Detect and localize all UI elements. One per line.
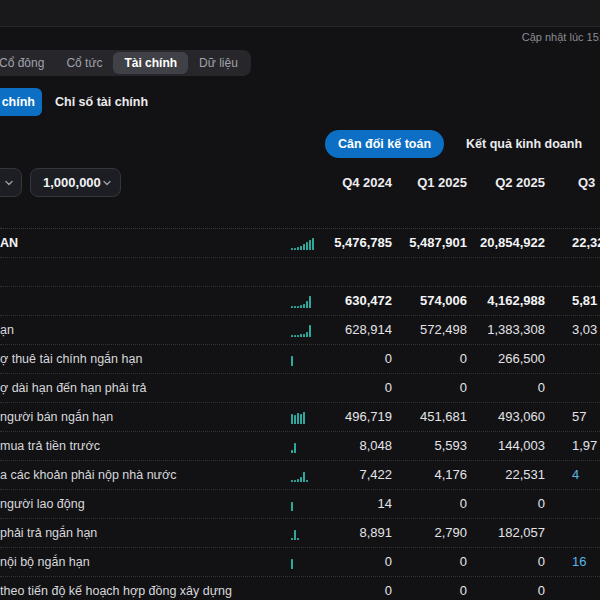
- cell-q2: 22,531: [465, 461, 545, 489]
- row-label: ợ thuê tài chính ngắn hạn: [0, 345, 285, 373]
- row-label: a các khoản phải nộp nhà nước: [0, 461, 285, 489]
- table-row[interactable]: a các khoản phải nộp nhà nước7,4224,1762…: [0, 461, 600, 490]
- cell-q3: 1,97: [572, 432, 600, 460]
- cell-q2: 182,057: [465, 519, 545, 547]
- cell-q4: 8,048: [312, 432, 392, 460]
- row-label: ạn: [0, 316, 285, 344]
- chevron-down-icon: [102, 178, 112, 188]
- cell-q2: 4,162,988: [465, 287, 545, 315]
- cell-q1: 5,593: [387, 432, 467, 460]
- statement-tab-can-doi-ke-toan[interactable]: Cân đối kế toán: [325, 130, 444, 158]
- row-label: người bán ngắn hạn: [0, 403, 285, 431]
- table-row[interactable]: ợ dài hạn đến hạn phải trả000: [0, 374, 600, 403]
- cell-q2: 493,060: [465, 403, 545, 431]
- cell-q2: 0: [465, 548, 545, 576]
- row-label: phải trả ngắn hạn: [0, 519, 285, 547]
- cell-q4: 0: [312, 548, 392, 576]
- column-header: Q4 2024: [312, 168, 392, 197]
- table-row[interactable]: ợ thuê tài chính ngắn hạn00266,500: [0, 345, 600, 374]
- sub-tabs: ài chính Chỉ số tài chính: [0, 88, 600, 116]
- row-label: AN: [0, 229, 285, 257]
- cell-q1: 0: [387, 548, 467, 576]
- cell-q3: 3,03: [572, 316, 600, 344]
- left-dropdown[interactable]: [0, 168, 22, 197]
- cell-q1: 0: [387, 345, 467, 373]
- cell-q2: 0: [465, 374, 545, 402]
- cell-q4: 14: [312, 490, 392, 518]
- cell-q1: 0: [387, 374, 467, 402]
- tab-financial-report[interactable]: ài chính: [0, 88, 42, 116]
- cell-q1: 572,498: [387, 316, 467, 344]
- cell-q3: 5,81: [572, 287, 600, 315]
- cell-q2: 0: [465, 490, 545, 518]
- table-row[interactable]: người lao động1400: [0, 490, 600, 519]
- cell-q1: 574,006: [387, 287, 467, 315]
- app-window: Cập nhật lúc 15:2 Cổ đôngCổ tứcTài chính…: [0, 0, 600, 600]
- table-row[interactable]: AN5,476,7855,487,90120,854,92222,32: [0, 229, 600, 258]
- cell-q3: 57: [572, 403, 600, 431]
- table-row[interactable]: phải trả ngắn hạn8,8912,790182,057: [0, 519, 600, 548]
- chevron-down-icon: [4, 178, 14, 188]
- cell-q4: 630,472: [312, 287, 392, 315]
- table-row[interactable]: mua trả tiền trước8,0485,593144,0031,97: [0, 432, 600, 461]
- financial-table: AN5,476,7855,487,90120,854,92222,32630,4…: [0, 228, 600, 600]
- table-row[interactable]: theo tiến độ kế hoạch hợp đồng xây dựng0…: [0, 577, 600, 600]
- table-row[interactable]: 630,472574,0064,162,9885,81: [0, 287, 600, 316]
- main-tab-tai-chinh[interactable]: Tài chính: [113, 52, 188, 74]
- cell-q1: 0: [387, 577, 467, 600]
- main-tab-co-tuc[interactable]: Cổ tức: [55, 52, 113, 74]
- column-header: Q2 2025: [465, 168, 545, 197]
- cell-q2: 266,500: [465, 345, 545, 373]
- cell-q2: 0: [465, 577, 545, 600]
- unit-dropdown-value: 1,000,000: [43, 175, 101, 190]
- column-header: Q3: [578, 168, 600, 197]
- cell-q4: 628,914: [312, 316, 392, 344]
- cell-q1: 4,176: [387, 461, 467, 489]
- main-tabs: Cổ đôngCổ tứcTài chínhDữ liệu: [0, 50, 251, 76]
- cell-q4: 0: [312, 374, 392, 402]
- cell-q4: 0: [312, 345, 392, 373]
- column-header: Q1 2025: [387, 168, 467, 197]
- row-label: người lao động: [0, 490, 285, 518]
- topbar: [0, 0, 600, 27]
- tab-financial-ratios[interactable]: Chỉ số tài chính: [55, 88, 148, 116]
- cell-q3: 22,32: [572, 229, 600, 257]
- cell-q4: 7,422: [312, 461, 392, 489]
- updated-at-label: Cập nhật lúc 15:2: [522, 31, 600, 43]
- statement-tabs: Cân đối kế toánKết quả kinh doanhLCTT tr…: [325, 130, 600, 158]
- table-row[interactable]: người bán ngắn hạn496,719451,681493,0605…: [0, 403, 600, 432]
- main-tab-du-lieu[interactable]: Dữ liệu: [188, 52, 249, 74]
- table-row[interactable]: [0, 258, 600, 287]
- cell-q1: 5,487,901: [387, 229, 467, 257]
- statement-tab-ket-qua-kinh-doanh[interactable]: Kết quả kinh doanh: [466, 130, 582, 158]
- cell-q2: 1,383,308: [465, 316, 545, 344]
- row-label: ợ dài hạn đến hạn phải trả: [0, 374, 285, 402]
- cell-q2: 144,003: [465, 432, 545, 460]
- cell-q3: 16: [572, 548, 600, 576]
- cell-q2: 20,854,922: [465, 229, 545, 257]
- cell-q4: 496,719: [312, 403, 392, 431]
- cell-q1: 451,681: [387, 403, 467, 431]
- cell-q4: 0: [312, 577, 392, 600]
- cell-q4: 5,476,785: [312, 229, 392, 257]
- row-label: theo tiến độ kế hoạch hợp đồng xây dựng: [0, 577, 285, 600]
- table-row[interactable]: ạn628,914572,4981,383,3083,03: [0, 316, 600, 345]
- row-label: nội bộ ngắn hạn: [0, 548, 285, 576]
- cell-q1: 0: [387, 490, 467, 518]
- unit-dropdown[interactable]: 1,000,000: [30, 168, 121, 197]
- main-tab-co-dong[interactable]: Cổ đông: [0, 52, 55, 74]
- cell-q3: 4: [572, 461, 600, 489]
- cell-q4: 8,891: [312, 519, 392, 547]
- table-row[interactable]: nội bộ ngắn hạn00016: [0, 548, 600, 577]
- row-label: mua trả tiền trước: [0, 432, 285, 460]
- filter-row: 1,000,000 Q4 2024Q1 2025Q2 2025Q3: [0, 168, 600, 198]
- cell-q1: 2,790: [387, 519, 467, 547]
